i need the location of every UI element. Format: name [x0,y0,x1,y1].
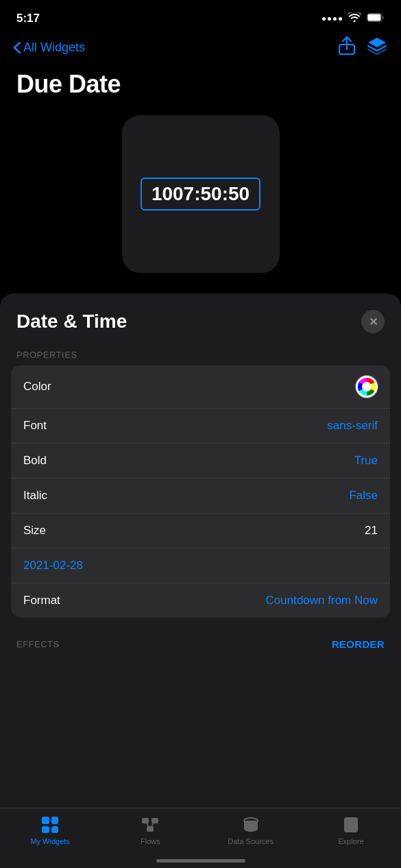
page-title: Due Date [0,64,401,115]
my-widgets-label: My Widgets [30,837,69,845]
tab-data-sources[interactable]: Data Sources [227,815,275,845]
properties-card: Color Font sans-serif Bold True Italic F… [11,365,390,618]
effects-bar: EFFECTS REORDER [0,629,401,660]
my-widgets-icon [40,815,60,834]
sheet-title: Date & Time [16,311,127,333]
italic-row[interactable]: Italic False [11,479,390,514]
effects-label: EFFECTS [16,639,60,649]
data-sources-label: Data Sources [228,837,274,845]
format-row[interactable]: Format Countdown from Now [11,583,390,618]
italic-label: Italic [23,489,47,503]
back-label: All Widgets [23,40,85,55]
tab-my-widgets[interactable]: My Widgets [26,815,74,845]
font-value: sans-serif [327,419,378,433]
reorder-button[interactable]: REORDER [332,638,385,650]
color-picker-icon[interactable] [356,376,378,398]
italic-value: False [349,489,378,503]
color-label: Color [23,380,51,394]
bold-row[interactable]: Bold True [11,444,390,479]
nav-actions [338,36,387,59]
tab-explore[interactable]: Explore [327,815,375,845]
color-row[interactable]: Color [11,365,390,409]
bottom-sheet: Date & Time ✕ PROPERTIES Color Font sans… [0,293,401,815]
date-link[interactable]: 2021-02-28 [23,559,83,572]
widget-preview-container: 1007:50:50 [0,115,401,293]
format-value: Countdown from Now [266,594,378,607]
date-link-row[interactable]: 2021-02-28 [11,548,390,583]
data-sources-icon [241,815,260,834]
format-label: Format [23,594,60,607]
status-bar: 5:17 [0,0,401,33]
explore-label: Explore [338,837,363,845]
close-icon: ✕ [369,315,378,328]
size-row[interactable]: Size 21 [11,514,390,548]
battery-icon [367,12,385,25]
flows-icon [141,815,160,834]
wifi-icon [348,12,361,25]
size-label: Size [23,524,46,538]
properties-section-label: PROPERTIES [0,344,401,365]
widget-preview: 1007:50:50 [122,115,280,273]
status-icons [322,12,385,25]
explore-icon [341,815,361,834]
back-button[interactable]: All Widgets [14,40,85,55]
font-label: Font [23,419,47,433]
home-indicator [156,859,245,863]
close-button[interactable]: ✕ [361,310,385,333]
tab-flows[interactable]: Flows [126,815,174,845]
signal-icon [322,17,342,21]
bold-label: Bold [23,454,47,468]
share-icon[interactable] [338,36,356,59]
widget-timer-text: 1007:50:50 [141,178,260,210]
status-time: 5:17 [16,12,40,25]
font-row[interactable]: Font sans-serif [11,409,390,444]
flows-label: Flows [141,837,160,845]
layers-icon[interactable] [367,36,387,58]
sheet-header: Date & Time ✕ [0,293,401,344]
svg-rect-1 [368,14,381,21]
nav-bar: All Widgets [0,33,401,64]
bold-value: True [354,454,378,468]
size-value: 21 [365,524,378,538]
